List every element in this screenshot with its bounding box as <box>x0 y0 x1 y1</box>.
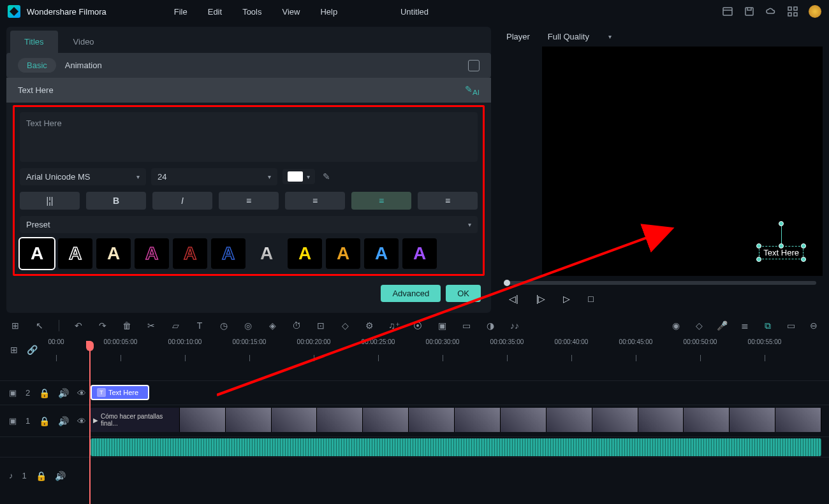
mask-icon[interactable]: ◇ <box>340 320 350 331</box>
crop-icon[interactable]: ▱ <box>170 320 180 331</box>
delete-icon[interactable]: 🗑 <box>122 320 132 331</box>
next-frame-icon[interactable]: |▷ <box>536 294 546 304</box>
zoom-out-icon[interactable]: ⊖ <box>809 320 819 331</box>
color-icon[interactable]: ◎ <box>243 320 253 331</box>
tab-video[interactable]: Video <box>59 31 108 53</box>
bold-button[interactable]: B <box>86 192 146 210</box>
preset-purple[interactable]: A <box>402 238 437 269</box>
mic-icon[interactable]: 🎤 <box>717 320 727 331</box>
align-left-button[interactable]: ≡ <box>219 192 279 210</box>
align-justify-button[interactable]: ≡ <box>418 192 478 210</box>
preset-white-solid[interactable]: A <box>20 238 54 269</box>
lock-icon[interactable]: 🔒 <box>39 388 49 398</box>
italic-button[interactable]: I <box>152 192 212 210</box>
marker-shield-icon[interactable]: ◇ <box>694 320 704 331</box>
menu-file[interactable]: File <box>164 4 198 19</box>
text-track: ▣2 🔒 🔊 👁 T Text Here <box>0 380 829 405</box>
font-size-select[interactable]: 24▾ <box>151 168 277 185</box>
beat-icon[interactable]: ♪♪ <box>510 320 520 331</box>
redo-icon[interactable]: ↷ <box>98 320 108 331</box>
subtab-basic[interactable]: Basic <box>18 58 56 73</box>
stop-icon[interactable]: □ <box>588 294 593 304</box>
preset-white-outline[interactable]: A <box>58 238 92 269</box>
advanced-button[interactable]: Advanced <box>381 285 441 302</box>
mute-icon[interactable]: 🔊 <box>58 388 68 398</box>
font-family-select[interactable]: Arial Unicode MS▾ <box>20 168 146 185</box>
mute-icon-a[interactable]: 🔊 <box>55 471 65 481</box>
mute-icon-v[interactable]: 🔊 <box>58 416 68 426</box>
video-canvas[interactable]: Text Here <box>542 47 823 276</box>
magnet-icon[interactable]: ⧉ <box>763 320 773 331</box>
visibility-icon[interactable]: 👁 <box>77 388 86 398</box>
center-icon[interactable]: ⊡ <box>316 320 326 331</box>
duration-icon[interactable]: ⏱ <box>291 320 302 331</box>
mixer-icon[interactable]: ≣ <box>740 320 750 331</box>
render-icon[interactable]: ◉ <box>671 320 681 331</box>
text-track-icon: ▣ <box>9 388 17 398</box>
menu-edit[interactable]: Edit <box>198 4 232 19</box>
preset-red-outline[interactable]: A <box>173 238 207 269</box>
quality-select[interactable]: Full Quality▾ <box>548 32 612 41</box>
lock-icon-a[interactable]: 🔒 <box>36 471 46 481</box>
layout-icon[interactable] <box>722 6 733 17</box>
char-spacing-button[interactable]: |¦| <box>20 192 80 210</box>
audio-sep-icon[interactable]: ♫⁺ <box>388 320 399 331</box>
text-tool-icon[interactable]: T <box>194 320 205 331</box>
text-overlay-handle[interactable]: Text Here <box>759 246 803 259</box>
cloud-icon[interactable] <box>765 6 777 17</box>
lock-icon-v[interactable]: 🔒 <box>39 416 49 426</box>
snapshot-icon[interactable]: ▣ <box>437 320 447 331</box>
split-icon[interactable]: ✂ <box>146 320 156 331</box>
save-preset-icon[interactable] <box>468 60 480 71</box>
player-progress[interactable] <box>504 281 816 285</box>
tab-titles[interactable]: Titles <box>10 31 58 53</box>
preset-blue-outline[interactable]: A <box>211 238 246 269</box>
text-clip[interactable]: T Text Here <box>91 385 149 400</box>
link-icon[interactable]: 🔗 <box>27 345 37 355</box>
app-logo-icon <box>8 5 20 18</box>
preset-yellow[interactable]: A <box>288 238 322 269</box>
audio-waveform[interactable] <box>91 438 821 456</box>
keyframe-tool-icon[interactable]: ◈ <box>267 320 277 331</box>
player-label: Player <box>506 32 530 41</box>
menu-view[interactable]: View <box>272 4 310 19</box>
align-center-button[interactable]: ≡ <box>285 192 345 210</box>
text-layer-label: Text Here <box>18 85 54 95</box>
add-track-icon[interactable]: ⊞ <box>10 320 20 331</box>
user-avatar[interactable] <box>809 5 821 18</box>
preset-dropdown[interactable]: Preset▾ <box>20 216 478 233</box>
media-bin-icon[interactable]: ⊞ <box>9 345 19 355</box>
save-icon[interactable] <box>744 6 755 17</box>
align-right-button[interactable]: ≡ <box>351 192 411 210</box>
eyedropper-icon[interactable]: ✎ <box>323 171 330 182</box>
boundary-icon[interactable]: ▭ <box>786 320 796 331</box>
playhead-icon[interactable] <box>89 341 91 504</box>
select-tool-icon[interactable]: ↖ <box>34 320 45 331</box>
menu-tools[interactable]: Tools <box>232 4 272 19</box>
subtab-animation[interactable]: Animation <box>56 58 111 73</box>
text-input[interactable]: Text Here <box>20 112 478 162</box>
ai-edit-icon[interactable]: ✎AI <box>465 84 480 96</box>
video-clip[interactable]: ▶Cómo hacer pantallas final... <box>91 408 821 432</box>
adjust-icon[interactable]: ⚙ <box>364 320 374 331</box>
preset-cream[interactable]: A <box>96 238 131 269</box>
time-ruler[interactable]: 00:00 00:00:05:00 00:00:10:00 00:00:15:0… <box>56 338 829 361</box>
chroma-icon[interactable]: ◑ <box>485 320 495 331</box>
visibility-icon-v[interactable]: 👁 <box>77 416 86 426</box>
record-icon[interactable]: ⦿ <box>413 320 423 331</box>
preset-silver[interactable]: A <box>249 238 284 269</box>
grid-icon[interactable] <box>787 6 798 17</box>
play-icon[interactable]: ▷ <box>563 294 570 304</box>
prev-frame-icon[interactable]: ◁| <box>509 294 518 304</box>
aspect-icon[interactable]: ▭ <box>461 320 471 331</box>
preset-gold[interactable]: A <box>326 238 360 269</box>
ok-button[interactable]: OK <box>446 285 481 302</box>
svg-rect-4 <box>788 13 791 16</box>
preset-skyblue[interactable]: A <box>364 238 399 269</box>
undo-icon[interactable]: ↶ <box>73 320 84 331</box>
preset-magenta-outline[interactable]: A <box>135 238 169 269</box>
menu-help[interactable]: Help <box>310 4 348 19</box>
font-color-picker[interactable]: ▾ <box>282 169 315 184</box>
text-edit-area: Text Here Arial Unicode MS▾ 24▾ ▾ ✎ |¦| … <box>13 105 485 276</box>
speed-icon[interactable]: ◷ <box>219 320 229 331</box>
